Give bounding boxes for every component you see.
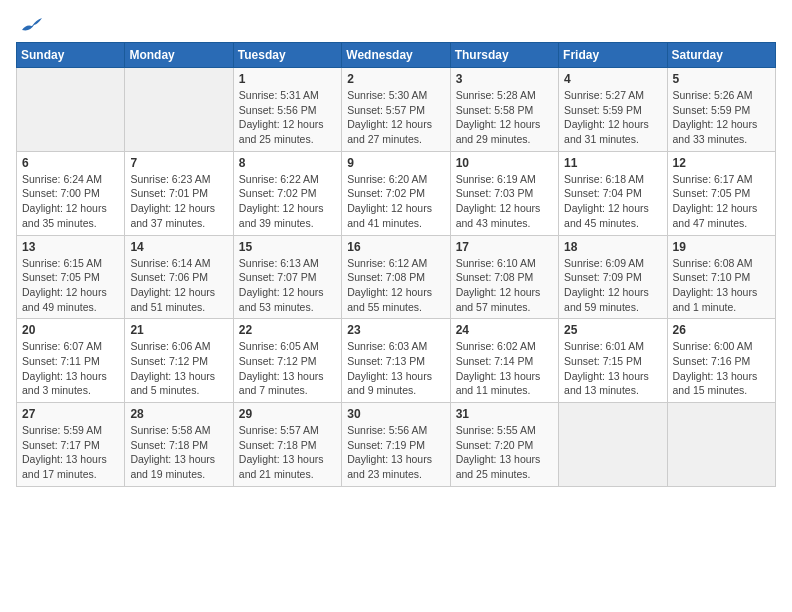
calendar-cell: 8Sunrise: 6:22 AMSunset: 7:02 PMDaylight…	[233, 151, 341, 235]
day-number: 17	[456, 240, 553, 254]
day-info: Sunrise: 6:19 AMSunset: 7:03 PMDaylight:…	[456, 172, 553, 231]
calendar-cell: 17Sunrise: 6:10 AMSunset: 7:08 PMDayligh…	[450, 235, 558, 319]
day-info: Sunrise: 6:03 AMSunset: 7:13 PMDaylight:…	[347, 339, 444, 398]
calendar-header-row: SundayMondayTuesdayWednesdayThursdayFrid…	[17, 43, 776, 68]
day-info: Sunrise: 6:01 AMSunset: 7:15 PMDaylight:…	[564, 339, 661, 398]
day-info: Sunrise: 5:26 AMSunset: 5:59 PMDaylight:…	[673, 88, 770, 147]
calendar-cell	[125, 68, 233, 152]
day-number: 15	[239, 240, 336, 254]
calendar-cell	[17, 68, 125, 152]
calendar-cell: 12Sunrise: 6:17 AMSunset: 7:05 PMDayligh…	[667, 151, 775, 235]
day-info: Sunrise: 6:02 AMSunset: 7:14 PMDaylight:…	[456, 339, 553, 398]
calendar-cell: 3Sunrise: 5:28 AMSunset: 5:58 PMDaylight…	[450, 68, 558, 152]
day-info: Sunrise: 6:12 AMSunset: 7:08 PMDaylight:…	[347, 256, 444, 315]
day-number: 24	[456, 323, 553, 337]
day-info: Sunrise: 6:20 AMSunset: 7:02 PMDaylight:…	[347, 172, 444, 231]
logo	[16, 16, 42, 34]
week-row-5: 27Sunrise: 5:59 AMSunset: 7:17 PMDayligh…	[17, 403, 776, 487]
calendar-cell: 13Sunrise: 6:15 AMSunset: 7:05 PMDayligh…	[17, 235, 125, 319]
day-number: 4	[564, 72, 661, 86]
calendar-cell	[559, 403, 667, 487]
calendar-cell: 27Sunrise: 5:59 AMSunset: 7:17 PMDayligh…	[17, 403, 125, 487]
calendar-cell: 2Sunrise: 5:30 AMSunset: 5:57 PMDaylight…	[342, 68, 450, 152]
day-info: Sunrise: 5:57 AMSunset: 7:18 PMDaylight:…	[239, 423, 336, 482]
day-number: 21	[130, 323, 227, 337]
page-header	[16, 16, 776, 34]
header-friday: Friday	[559, 43, 667, 68]
calendar-cell: 28Sunrise: 5:58 AMSunset: 7:18 PMDayligh…	[125, 403, 233, 487]
week-row-3: 13Sunrise: 6:15 AMSunset: 7:05 PMDayligh…	[17, 235, 776, 319]
calendar-cell: 20Sunrise: 6:07 AMSunset: 7:11 PMDayligh…	[17, 319, 125, 403]
header-wednesday: Wednesday	[342, 43, 450, 68]
day-info: Sunrise: 6:15 AMSunset: 7:05 PMDaylight:…	[22, 256, 119, 315]
calendar-cell: 5Sunrise: 5:26 AMSunset: 5:59 PMDaylight…	[667, 68, 775, 152]
day-number: 26	[673, 323, 770, 337]
day-number: 25	[564, 323, 661, 337]
day-number: 3	[456, 72, 553, 86]
day-number: 10	[456, 156, 553, 170]
calendar-cell: 4Sunrise: 5:27 AMSunset: 5:59 PMDaylight…	[559, 68, 667, 152]
calendar-cell: 24Sunrise: 6:02 AMSunset: 7:14 PMDayligh…	[450, 319, 558, 403]
calendar-table: SundayMondayTuesdayWednesdayThursdayFrid…	[16, 42, 776, 487]
day-info: Sunrise: 6:05 AMSunset: 7:12 PMDaylight:…	[239, 339, 336, 398]
day-number: 14	[130, 240, 227, 254]
day-number: 7	[130, 156, 227, 170]
day-number: 12	[673, 156, 770, 170]
day-info: Sunrise: 6:00 AMSunset: 7:16 PMDaylight:…	[673, 339, 770, 398]
day-number: 2	[347, 72, 444, 86]
day-number: 20	[22, 323, 119, 337]
calendar-cell: 26Sunrise: 6:00 AMSunset: 7:16 PMDayligh…	[667, 319, 775, 403]
day-info: Sunrise: 6:10 AMSunset: 7:08 PMDaylight:…	[456, 256, 553, 315]
day-info: Sunrise: 6:24 AMSunset: 7:00 PMDaylight:…	[22, 172, 119, 231]
calendar-cell: 29Sunrise: 5:57 AMSunset: 7:18 PMDayligh…	[233, 403, 341, 487]
logo-bird-icon	[20, 16, 42, 34]
day-info: Sunrise: 5:27 AMSunset: 5:59 PMDaylight:…	[564, 88, 661, 147]
day-info: Sunrise: 5:31 AMSunset: 5:56 PMDaylight:…	[239, 88, 336, 147]
calendar-cell: 21Sunrise: 6:06 AMSunset: 7:12 PMDayligh…	[125, 319, 233, 403]
day-info: Sunrise: 6:09 AMSunset: 7:09 PMDaylight:…	[564, 256, 661, 315]
day-number: 23	[347, 323, 444, 337]
calendar-cell: 31Sunrise: 5:55 AMSunset: 7:20 PMDayligh…	[450, 403, 558, 487]
day-info: Sunrise: 6:22 AMSunset: 7:02 PMDaylight:…	[239, 172, 336, 231]
day-info: Sunrise: 5:28 AMSunset: 5:58 PMDaylight:…	[456, 88, 553, 147]
day-number: 22	[239, 323, 336, 337]
calendar-cell	[667, 403, 775, 487]
day-info: Sunrise: 6:17 AMSunset: 7:05 PMDaylight:…	[673, 172, 770, 231]
calendar-cell: 30Sunrise: 5:56 AMSunset: 7:19 PMDayligh…	[342, 403, 450, 487]
header-tuesday: Tuesday	[233, 43, 341, 68]
day-number: 18	[564, 240, 661, 254]
calendar-cell: 10Sunrise: 6:19 AMSunset: 7:03 PMDayligh…	[450, 151, 558, 235]
day-number: 9	[347, 156, 444, 170]
day-number: 5	[673, 72, 770, 86]
day-number: 6	[22, 156, 119, 170]
calendar-cell: 15Sunrise: 6:13 AMSunset: 7:07 PMDayligh…	[233, 235, 341, 319]
week-row-2: 6Sunrise: 6:24 AMSunset: 7:00 PMDaylight…	[17, 151, 776, 235]
header-monday: Monday	[125, 43, 233, 68]
day-number: 29	[239, 407, 336, 421]
day-info: Sunrise: 5:56 AMSunset: 7:19 PMDaylight:…	[347, 423, 444, 482]
day-number: 19	[673, 240, 770, 254]
day-number: 16	[347, 240, 444, 254]
calendar-cell: 1Sunrise: 5:31 AMSunset: 5:56 PMDaylight…	[233, 68, 341, 152]
week-row-4: 20Sunrise: 6:07 AMSunset: 7:11 PMDayligh…	[17, 319, 776, 403]
header-saturday: Saturday	[667, 43, 775, 68]
calendar-cell: 23Sunrise: 6:03 AMSunset: 7:13 PMDayligh…	[342, 319, 450, 403]
calendar-cell: 7Sunrise: 6:23 AMSunset: 7:01 PMDaylight…	[125, 151, 233, 235]
calendar-cell: 25Sunrise: 6:01 AMSunset: 7:15 PMDayligh…	[559, 319, 667, 403]
day-info: Sunrise: 6:18 AMSunset: 7:04 PMDaylight:…	[564, 172, 661, 231]
day-number: 8	[239, 156, 336, 170]
day-number: 27	[22, 407, 119, 421]
calendar-cell: 16Sunrise: 6:12 AMSunset: 7:08 PMDayligh…	[342, 235, 450, 319]
day-number: 13	[22, 240, 119, 254]
day-info: Sunrise: 5:59 AMSunset: 7:17 PMDaylight:…	[22, 423, 119, 482]
day-number: 31	[456, 407, 553, 421]
day-info: Sunrise: 5:30 AMSunset: 5:57 PMDaylight:…	[347, 88, 444, 147]
day-info: Sunrise: 6:23 AMSunset: 7:01 PMDaylight:…	[130, 172, 227, 231]
calendar-cell: 11Sunrise: 6:18 AMSunset: 7:04 PMDayligh…	[559, 151, 667, 235]
day-info: Sunrise: 6:14 AMSunset: 7:06 PMDaylight:…	[130, 256, 227, 315]
calendar-cell: 14Sunrise: 6:14 AMSunset: 7:06 PMDayligh…	[125, 235, 233, 319]
week-row-1: 1Sunrise: 5:31 AMSunset: 5:56 PMDaylight…	[17, 68, 776, 152]
day-info: Sunrise: 6:07 AMSunset: 7:11 PMDaylight:…	[22, 339, 119, 398]
day-number: 11	[564, 156, 661, 170]
day-info: Sunrise: 6:13 AMSunset: 7:07 PMDaylight:…	[239, 256, 336, 315]
